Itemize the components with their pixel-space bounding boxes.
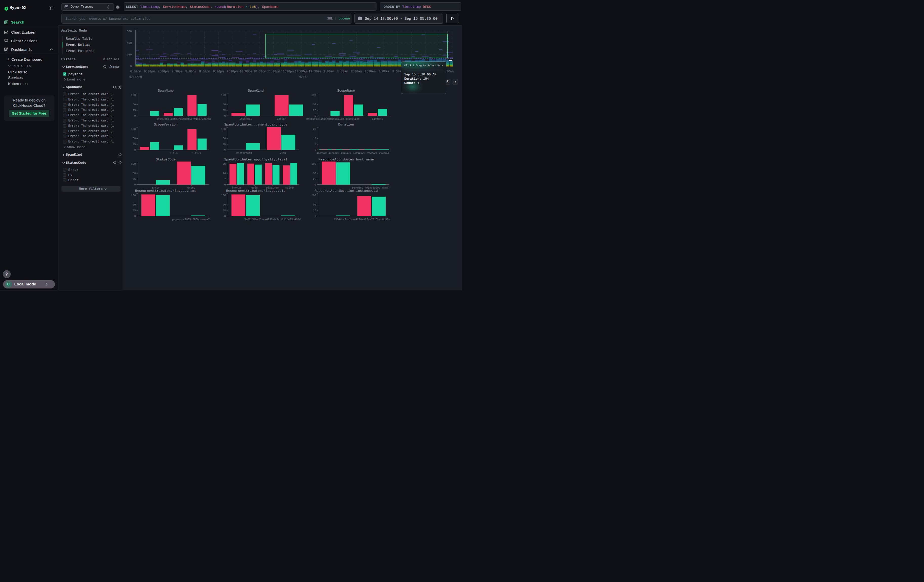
svg-text:1621070: 1621070 [341, 152, 351, 154]
svg-text:10:00pm: 10:00pm [239, 70, 252, 73]
svg-text:visa: visa [280, 152, 286, 155]
svg-text:25: 25 [133, 209, 136, 212]
svg-text:9/14/25: 9/14/25 [129, 76, 142, 79]
svg-text:100: 100 [131, 127, 136, 130]
svg-text:19935295: 19935295 [353, 152, 365, 154]
svg-text:0: 0 [134, 214, 135, 218]
svg-text:11:30pm: 11:30pm [281, 70, 294, 73]
svg-text:100: 100 [221, 127, 226, 130]
svg-text:0: 0 [315, 148, 316, 151]
svg-text:10:30pm: 10:30pm [253, 70, 266, 73]
svg-text:25: 25 [313, 109, 316, 112]
svg-text:200: 200 [127, 53, 132, 56]
svg-text:9:30pm: 9:30pm [227, 70, 238, 73]
svg-text:50: 50 [313, 203, 316, 206]
svg-text:4090920: 4090920 [367, 152, 377, 154]
svg-text:7: 7 [224, 178, 226, 181]
svg-text:SpanKind: SpanKind [248, 89, 264, 92]
svg-text:12:30am: 12:30am [309, 70, 321, 73]
svg-text:100: 100 [312, 194, 316, 197]
svg-text:50: 50 [313, 172, 316, 175]
svg-text:50: 50 [133, 103, 136, 106]
svg-text:8:00pm: 8:00pm [185, 70, 196, 73]
svg-text:100: 100 [131, 194, 136, 197]
svg-text:25: 25 [313, 209, 316, 212]
svg-text:0: 0 [224, 214, 226, 218]
svg-text:50: 50 [223, 103, 226, 106]
svg-text:50: 50 [223, 137, 226, 140]
svg-text:SpanAttributes.app.loyalty.lev: SpanAttributes.app.loyalty.level [224, 158, 287, 162]
svg-text:payment-7985c8969c-mwmw7: payment-7985c8969c-mwmw7 [172, 218, 210, 221]
svg-text:14: 14 [223, 172, 226, 175]
svg-text:ScopeName: ScopeName [337, 89, 355, 92]
svg-text:7:00pm: 7:00pm [158, 70, 168, 73]
svg-text:400: 400 [127, 41, 132, 45]
svg-text:StatusCode: StatusCode [156, 158, 176, 162]
svg-text:0: 0 [134, 183, 135, 186]
svg-text:50: 50 [133, 172, 136, 175]
svg-text:0: 0 [134, 114, 135, 117]
svg-text:ResourceAttribu..ice.instance.: ResourceAttribu..ice.instance.id [315, 189, 378, 193]
svg-text:silver: silver [285, 186, 295, 189]
svg-text:0: 0 [224, 148, 226, 151]
svg-text:25: 25 [133, 178, 136, 181]
svg-text:100: 100 [312, 162, 316, 165]
svg-text:0: 0 [315, 114, 316, 117]
svg-text:1376801: 1376801 [329, 152, 339, 154]
svg-text:28: 28 [223, 162, 226, 165]
svg-text:50: 50 [223, 203, 226, 206]
svg-text:25: 25 [223, 143, 226, 146]
svg-text:f5344ec9-a1ea-4290-a62a-78f5be: f5344ec9-a1ea-4290-a62a-78f5bee8d90b [334, 218, 390, 221]
svg-text:10: 10 [313, 137, 316, 140]
svg-text:6:30pm: 6:30pm [144, 70, 155, 73]
svg-text:600: 600 [127, 30, 132, 33]
svg-text:9:00pm: 9:00pm [213, 70, 224, 73]
svg-text:0: 0 [134, 148, 135, 151]
svg-text:0: 0 [315, 183, 316, 186]
svg-text:@hyperdx/instrumentation-excep: @hyperdx/instrumentation-exception [306, 117, 360, 120]
svg-text:3:00am: 3:00am [378, 70, 389, 73]
svg-text:25: 25 [133, 143, 136, 146]
svg-text:0: 0 [130, 64, 132, 68]
svg-text:25: 25 [313, 178, 316, 181]
svg-text:Server: Server [277, 117, 286, 120]
svg-text:SpanName: SpanName [158, 89, 173, 92]
svg-text:11:00pm: 11:00pm [267, 70, 280, 73]
svg-text:6:00pm: 6:00pm [130, 70, 141, 73]
svg-text:5: 5 [315, 143, 316, 146]
svg-text:100: 100 [131, 162, 136, 165]
svg-text:2:30am: 2:30am [365, 70, 375, 73]
svg-text:1:30am: 1:30am [337, 70, 348, 73]
svg-text:1124538: 1124538 [317, 152, 327, 154]
svg-text:2:00am: 2:00am [351, 70, 362, 73]
svg-text:Internal: Internal [239, 117, 252, 120]
svg-text:SpanAttributes...yment.card_ty: SpanAttributes...yment.card_type [224, 123, 287, 127]
svg-text:ResourceAttributes.k8s.pod.nam: ResourceAttributes.k8s.pod.name [135, 189, 196, 193]
svg-text:payment: payment [372, 117, 383, 120]
svg-text:25: 25 [223, 109, 226, 112]
svg-text:100: 100 [221, 94, 226, 97]
svg-text:ScopeVersion: ScopeVersion [154, 123, 178, 127]
svg-text:12:00am: 12:00am [295, 70, 307, 73]
svg-text:100: 100 [131, 94, 136, 97]
svg-text:5e02b5fb-13ae-4296-bbbc-111f42: 5e02b5fb-13ae-4296-bbbc-111f423c460d [244, 218, 300, 221]
svg-text:Duration: Duration [338, 123, 354, 127]
svg-text:0.1.0: 0.1.0 [170, 152, 178, 155]
svg-text:ResourceAttributes.k8s.pod.uid: ResourceAttributes.k8s.pod.uid [226, 189, 285, 193]
svg-text:0: 0 [315, 214, 316, 218]
svg-text:100: 100 [221, 194, 226, 197]
svg-text:50: 50 [133, 203, 136, 206]
svg-text:9983218: 9983218 [379, 152, 389, 154]
svg-text:0: 0 [224, 183, 226, 186]
svg-text:50: 50 [313, 103, 316, 106]
svg-text:50: 50 [133, 137, 136, 140]
svg-text:0.51.1: 0.51.1 [191, 152, 201, 155]
svg-text:9/15: 9/15 [299, 76, 307, 79]
svg-text:grpc.oteldemo.PaymentService/C: grpc.oteldemo.PaymentService/Charge [157, 117, 211, 120]
svg-text:100: 100 [312, 94, 316, 97]
svg-text:ResourceAttributes.host.name: ResourceAttributes.host.name [318, 158, 374, 162]
svg-text:1:00am: 1:00am [323, 70, 334, 73]
svg-text:0: 0 [224, 114, 226, 117]
svg-text:25: 25 [133, 109, 136, 112]
svg-text:8:30pm: 8:30pm [199, 70, 210, 73]
